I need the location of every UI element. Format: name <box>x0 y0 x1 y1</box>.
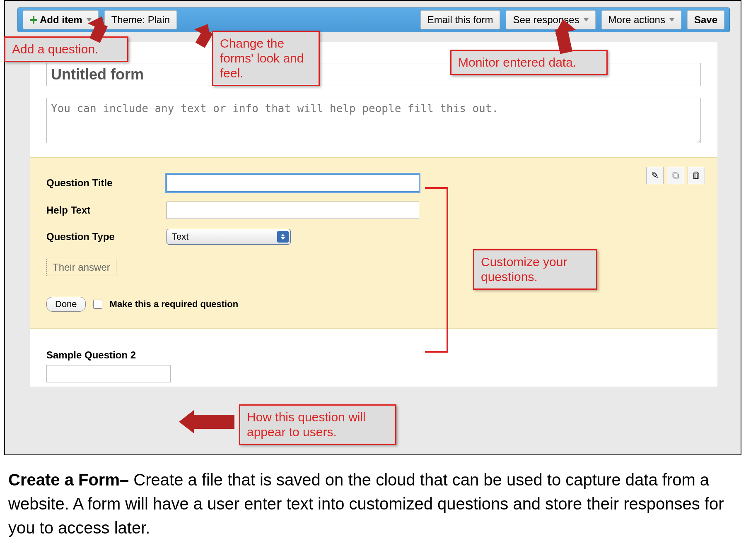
sample-question-input[interactable] <box>46 365 171 382</box>
annotation-add-question: Add a question. <box>4 36 128 62</box>
form-title-wrap <box>30 42 717 90</box>
form-description-wrap <box>30 90 717 157</box>
required-checkbox[interactable] <box>93 300 102 309</box>
question-type-row: Question Type Text <box>46 229 701 245</box>
add-item-button[interactable]: Add item <box>23 10 99 29</box>
bracket-icon <box>432 187 448 353</box>
trash-icon[interactable]: 🗑 <box>688 167 705 184</box>
sample-question-label: Sample Question 2 <box>46 349 701 361</box>
done-row: Done Make this a required question <box>46 297 701 312</box>
chevron-down-icon <box>584 18 589 22</box>
question-type-label: Question Type <box>46 231 167 243</box>
annotation-appear: How this question will appear to users. <box>239 404 396 445</box>
sample-question: Sample Question 2 <box>30 329 717 387</box>
question-editor: ✎ ⧉ 🗑 Question Title Help Text Question … <box>30 157 717 329</box>
add-item-label: Add item <box>40 14 82 26</box>
help-text-input[interactable] <box>167 202 419 219</box>
select-arrows-icon <box>277 231 289 243</box>
email-form-button[interactable]: Email this form <box>420 10 500 29</box>
done-button[interactable]: Done <box>46 297 86 312</box>
question-title-label: Question Title <box>46 177 167 189</box>
answer-preview-row: Their answer <box>46 255 701 276</box>
edit-icon[interactable]: ✎ <box>646 167 664 184</box>
caption-heading: Create a Form– <box>8 471 129 489</box>
theme-button[interactable]: Theme: Plain <box>104 10 177 29</box>
save-button[interactable]: Save <box>687 10 724 29</box>
question-title-row: Question Title <box>46 174 701 192</box>
question-type-select[interactable]: Text <box>167 229 291 245</box>
plus-icon <box>30 16 37 24</box>
duplicate-icon[interactable]: ⧉ <box>667 167 684 184</box>
email-form-label: Email this form <box>427 14 493 26</box>
save-label: Save <box>694 14 717 26</box>
annotation-customize: Customize your questions. <box>473 249 597 290</box>
page-caption: Create a Form– Create a file that is sav… <box>4 468 741 540</box>
chevron-down-icon <box>669 18 674 22</box>
answer-preview: Their answer <box>46 259 116 276</box>
toolbar: Add item Theme: Plain Email this form Se… <box>17 7 730 32</box>
see-responses-button[interactable]: See responses <box>506 10 595 29</box>
question-type-value: Text <box>172 231 188 242</box>
form-area: ✎ ⧉ 🗑 Question Title Help Text Question … <box>30 42 717 387</box>
theme-label: Theme: Plain <box>111 14 170 26</box>
more-actions-button[interactable]: More actions <box>601 10 681 29</box>
form-description-input[interactable] <box>46 98 701 143</box>
annotation-change-theme: Change the forms' look and feel. <box>212 31 320 86</box>
annotation-monitor-data: Monitor entered data. <box>450 50 608 75</box>
more-actions-label: More actions <box>608 14 665 26</box>
question-tools: ✎ ⧉ 🗑 <box>646 167 705 184</box>
app-frame: Add item Theme: Plain Email this form Se… <box>4 0 741 455</box>
help-text-row: Help Text <box>46 202 701 219</box>
required-label: Make this a required question <box>110 299 239 310</box>
help-text-label: Help Text <box>46 204 167 216</box>
question-title-input[interactable] <box>167 174 419 192</box>
